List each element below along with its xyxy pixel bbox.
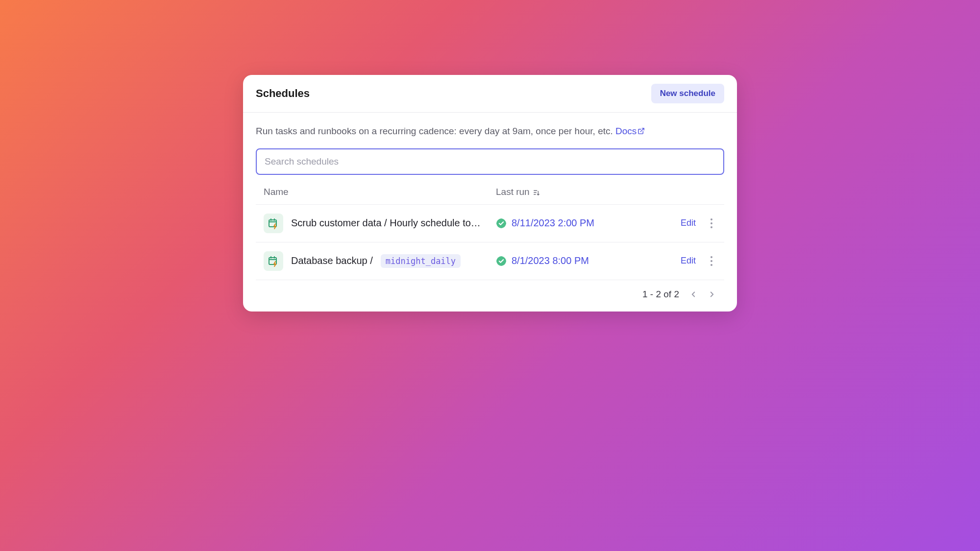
schedule-icon bbox=[264, 251, 283, 271]
more-actions-button[interactable] bbox=[707, 216, 716, 230]
description-text: Run tasks and runbooks on a recurring ca… bbox=[256, 126, 613, 136]
schedule-name: Scrub customer data / Hourly schedule to… bbox=[291, 217, 481, 229]
docs-link[interactable]: Docs bbox=[615, 126, 645, 136]
table-row[interactable]: Scrub customer data / Hourly schedule to… bbox=[256, 205, 724, 242]
column-last-run-label: Last run bbox=[496, 187, 530, 197]
search-input[interactable] bbox=[256, 148, 724, 175]
more-actions-button[interactable] bbox=[707, 254, 716, 268]
pagination: 1 - 2 of 2 bbox=[256, 280, 724, 303]
column-name[interactable]: Name bbox=[264, 187, 496, 197]
last-run-value: 8/1/2023 8:00 PM bbox=[512, 255, 589, 266]
table-row[interactable]: Database backup / midnight_daily 8/1/202… bbox=[256, 242, 724, 280]
success-status-icon bbox=[496, 256, 507, 266]
pagination-label: 1 - 2 of 2 bbox=[642, 289, 679, 300]
card-body: Run tasks and runbooks on a recurring ca… bbox=[243, 113, 737, 311]
schedules-table: Name Last run bbox=[256, 187, 724, 303]
last-run-value: 8/11/2023 2:00 PM bbox=[512, 217, 594, 229]
schedule-tag: midnight_daily bbox=[381, 254, 461, 268]
table-header: Name Last run bbox=[256, 187, 724, 205]
success-status-icon bbox=[496, 218, 507, 229]
new-schedule-button[interactable]: New schedule bbox=[651, 84, 724, 103]
page-title: Schedules bbox=[256, 87, 310, 100]
column-last-run[interactable]: Last run bbox=[496, 187, 716, 197]
svg-line-0 bbox=[641, 128, 644, 132]
prev-page-button[interactable] bbox=[689, 290, 698, 299]
sort-descending-icon bbox=[533, 189, 540, 196]
description: Run tasks and runbooks on a recurring ca… bbox=[256, 124, 724, 139]
schedule-icon bbox=[264, 214, 283, 233]
edit-button[interactable]: Edit bbox=[681, 256, 696, 266]
edit-button[interactable]: Edit bbox=[681, 218, 696, 228]
svg-rect-4 bbox=[269, 220, 276, 227]
svg-rect-8 bbox=[269, 258, 276, 264]
chevron-left-icon bbox=[689, 290, 698, 299]
chevron-right-icon bbox=[708, 290, 716, 299]
external-link-icon bbox=[637, 127, 645, 135]
schedules-card: Schedules New schedule Run tasks and run… bbox=[243, 75, 737, 311]
card-header: Schedules New schedule bbox=[243, 75, 737, 113]
docs-link-label: Docs bbox=[615, 126, 637, 136]
schedule-name: Database backup / bbox=[291, 255, 373, 266]
next-page-button[interactable] bbox=[708, 290, 716, 299]
